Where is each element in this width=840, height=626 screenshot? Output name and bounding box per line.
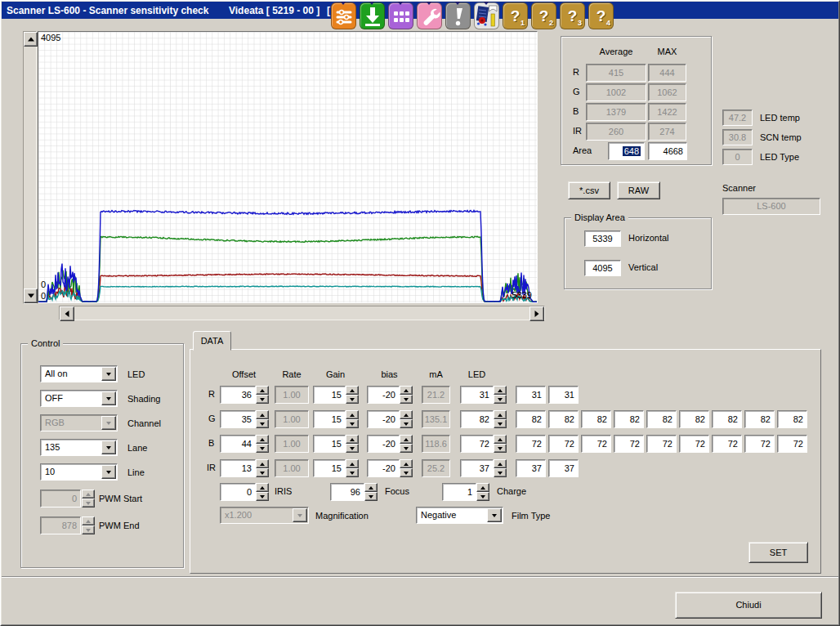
raw-button[interactable]: RAW xyxy=(617,181,660,199)
b-led-spinner[interactable] xyxy=(494,435,507,453)
scroll-down-button[interactable] xyxy=(24,288,38,303)
b-bias-field[interactable]: -20 xyxy=(367,435,400,453)
g-bias-spinner[interactable] xyxy=(400,410,413,428)
marker-triangle-icon xyxy=(454,0,462,5)
chevron-down-icon[interactable] xyxy=(101,440,116,454)
ir-led-field[interactable]: 37 xyxy=(460,459,494,477)
ir-led-cell[interactable]: 37 xyxy=(548,459,579,477)
chevron-down-icon[interactable] xyxy=(487,508,502,522)
g-led-field[interactable]: 82 xyxy=(460,410,494,428)
chevron-down-icon[interactable] xyxy=(101,367,116,381)
wrench-icon[interactable] xyxy=(417,2,442,29)
lane-combo[interactable]: 135 xyxy=(40,439,118,456)
focus-spinner[interactable] xyxy=(364,483,378,501)
film-type-combo[interactable]: Negative xyxy=(416,507,503,524)
charge-spinner[interactable] xyxy=(476,483,489,501)
b-offset-spinner[interactable] xyxy=(256,435,269,453)
r-led-spinner[interactable] xyxy=(494,386,507,404)
b-led-cell[interactable]: 72 xyxy=(548,435,579,453)
pwm-start-field: 0 xyxy=(40,490,81,508)
csv-button[interactable]: *.csv xyxy=(568,181,610,199)
charge-field[interactable]: 1 xyxy=(442,483,476,501)
maintenance-icon[interactable] xyxy=(474,2,499,29)
g-gain-spinner[interactable] xyxy=(346,410,359,428)
help-1-icon[interactable]: ?1 xyxy=(503,2,528,29)
r-led-cell[interactable]: 31 xyxy=(516,386,546,404)
b-led-cell[interactable]: 72 xyxy=(581,435,611,453)
ir-led-spinner[interactable] xyxy=(494,459,507,477)
b-gain-field[interactable]: 15 xyxy=(313,435,346,453)
r-led-cell[interactable]: 31 xyxy=(548,386,579,404)
download-icon[interactable] xyxy=(360,2,385,29)
focus-field[interactable]: 96 xyxy=(330,483,364,501)
r-gain-spinner[interactable] xyxy=(346,386,359,404)
g-led-cell[interactable]: 82 xyxy=(712,410,742,428)
horizontal-size-input[interactable]: 5339 xyxy=(584,230,621,247)
r-bias-field[interactable]: -20 xyxy=(367,386,400,404)
g-offset-field[interactable]: 35 xyxy=(220,410,256,428)
scroll-left-button[interactable] xyxy=(60,306,74,321)
r-bias-spinner[interactable] xyxy=(400,386,413,404)
chart-horizontal-scrollbar[interactable] xyxy=(59,306,545,320)
b-led-cell[interactable]: 72 xyxy=(614,435,644,453)
r-led-field[interactable]: 31 xyxy=(460,386,494,404)
g-led-cell[interactable]: 82 xyxy=(516,410,546,428)
ir-gain-spinner[interactable] xyxy=(346,459,359,477)
g-gain-field[interactable]: 15 xyxy=(313,410,346,428)
g-led-cell[interactable]: 82 xyxy=(744,410,775,428)
set-button[interactable]: SET xyxy=(748,542,808,563)
g-led-cell[interactable]: 82 xyxy=(679,410,709,428)
alert-icon[interactable] xyxy=(445,2,471,29)
r-offset-spinner[interactable] xyxy=(256,386,269,404)
b-gain-spinner[interactable] xyxy=(346,435,359,453)
control-title: Control xyxy=(28,338,63,348)
b-led-cell[interactable]: 72 xyxy=(712,435,742,453)
r-rate-field: 1.00 xyxy=(275,386,309,404)
shading-combo[interactable]: OFF xyxy=(40,390,118,407)
chevron-down-icon[interactable] xyxy=(101,465,116,479)
scroll-up-button[interactable] xyxy=(24,32,38,47)
b-led-cell[interactable]: 72 xyxy=(777,435,807,453)
b-led-cell[interactable]: 72 xyxy=(646,435,677,453)
iris-spinner[interactable] xyxy=(256,483,269,501)
b-offset-field[interactable]: 44 xyxy=(220,435,256,453)
scroll-right-button[interactable] xyxy=(529,306,544,321)
area-max-input[interactable]: 4668 xyxy=(648,142,687,160)
chiudi-button[interactable]: Chiudi xyxy=(675,592,822,619)
help-4-icon[interactable]: ?4 xyxy=(588,2,614,29)
g-bias-field[interactable]: -20 xyxy=(367,410,400,428)
ir-led-cell[interactable]: 37 xyxy=(516,459,546,477)
r-gain-field[interactable]: 15 xyxy=(313,386,346,404)
tab-data[interactable]: DATA xyxy=(193,331,231,351)
grid-icon[interactable] xyxy=(388,2,413,29)
g-led-spinner[interactable] xyxy=(494,410,507,428)
area-value-input[interactable]: 648 xyxy=(608,142,645,160)
help-3-icon[interactable]: ?3 xyxy=(560,2,585,29)
b-led-cell[interactable]: 72 xyxy=(516,435,546,453)
ir-offset-field[interactable]: 13 xyxy=(220,459,256,477)
ir-bias-spinner[interactable] xyxy=(400,459,413,477)
chart-vertical-scrollbar[interactable] xyxy=(23,31,37,304)
iris-field[interactable]: 0 xyxy=(220,483,256,501)
ir-bias-field[interactable]: -20 xyxy=(367,459,400,477)
sliders-icon[interactable] xyxy=(331,2,356,29)
g-led-cell[interactable]: 82 xyxy=(581,410,611,428)
chevron-down-icon[interactable] xyxy=(101,391,116,405)
ir-offset-spinner[interactable] xyxy=(256,459,269,477)
g-led-cell[interactable]: 82 xyxy=(777,410,807,428)
help-2-icon[interactable]: ?2 xyxy=(531,2,556,29)
magnification-label: Magnification xyxy=(315,511,369,521)
led-combo[interactable]: All on xyxy=(40,365,118,382)
g-led-cell[interactable]: 82 xyxy=(614,410,644,428)
g-led-cell[interactable]: 82 xyxy=(646,410,677,428)
b-led-cell[interactable]: 72 xyxy=(744,435,775,453)
r-offset-field[interactable]: 36 xyxy=(220,386,256,404)
g-led-cell[interactable]: 82 xyxy=(548,410,579,428)
vertical-size-input[interactable]: 4095 xyxy=(584,260,621,276)
g-offset-spinner[interactable] xyxy=(256,410,269,428)
ir-gain-field[interactable]: 15 xyxy=(313,459,346,477)
b-led-cell[interactable]: 72 xyxy=(679,435,709,453)
b-bias-spinner[interactable] xyxy=(400,435,413,453)
b-led-field[interactable]: 72 xyxy=(460,435,494,453)
line-combo[interactable]: 10 xyxy=(40,463,118,481)
